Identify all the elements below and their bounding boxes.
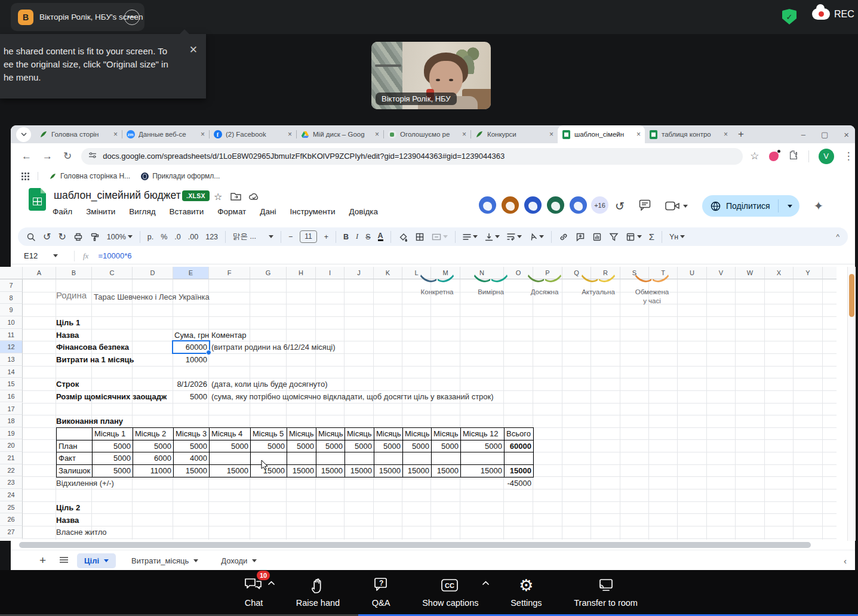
row-header[interactable]: 21 xyxy=(0,452,23,464)
value-cell[interactable]: 5000 xyxy=(133,441,174,453)
value-cell[interactable]: 5000 xyxy=(403,441,432,453)
merge-cells-icon[interactable] xyxy=(432,233,448,241)
zoom-select[interactable]: 100% xyxy=(107,233,133,241)
cloud-status-icon[interactable] xyxy=(248,192,260,203)
filter-icon[interactable] xyxy=(609,233,619,241)
format-currency-button[interactable]: p. xyxy=(147,233,153,241)
goal2-name[interactable]: Власне житло xyxy=(56,526,107,538)
site-info-icon[interactable] xyxy=(88,152,97,161)
column-header[interactable]: G xyxy=(250,267,287,279)
increase-decimals-button[interactable]: .00 xyxy=(188,233,198,241)
term-label[interactable]: Строк xyxy=(56,378,79,390)
total-cell[interactable]: 15000 xyxy=(505,465,534,478)
monthly-expenses-value[interactable]: 10000 xyxy=(173,353,207,366)
tab-close-icon[interactable]: × xyxy=(288,130,292,138)
share-button[interactable]: Поділитися xyxy=(702,195,799,217)
raise-hand-button[interactable]: Raise hand xyxy=(296,575,340,608)
browser-tab[interactable]: Мій диск – Goog × xyxy=(296,125,383,143)
increase-font-size-button[interactable]: + xyxy=(324,233,328,241)
row-header[interactable]: 14 xyxy=(0,366,23,378)
profile-avatar[interactable]: V xyxy=(819,149,834,164)
column-header[interactable]: J xyxy=(345,267,374,279)
sheet-tab[interactable]: Витрати_місяць xyxy=(124,553,205,568)
bookmark-item[interactable]: Головна сторінка Н... xyxy=(49,172,130,180)
row-header[interactable]: 9 xyxy=(0,304,23,316)
sum-header[interactable]: Сума, грн xyxy=(174,329,209,341)
bold-button[interactable]: B xyxy=(343,233,349,241)
value-cell[interactable]: 5000 xyxy=(93,452,133,465)
vertical-scroll-thumb[interactable] xyxy=(849,274,854,317)
tab-close-icon[interactable]: × xyxy=(201,130,205,138)
deviation-value[interactable]: -45000 xyxy=(504,477,531,489)
bookmark-star-icon[interactable]: ☆ xyxy=(750,150,759,162)
value-cell[interactable] xyxy=(345,452,374,465)
row-header[interactable]: 20 xyxy=(0,439,23,452)
row-header[interactable]: 12 xyxy=(0,341,23,353)
term-value[interactable]: 8/1/2026 xyxy=(173,378,207,390)
value-cell[interactable] xyxy=(374,452,403,465)
month-header-cell[interactable]: Місяць 1 xyxy=(93,428,133,441)
browser-tab[interactable]: таблиця контро × xyxy=(645,125,732,143)
goal2-header[interactable]: Ціль 2 xyxy=(56,501,80,514)
column-header[interactable]: E xyxy=(173,267,209,279)
row-label-cell[interactable]: План xyxy=(57,441,93,453)
column-header[interactable]: X xyxy=(765,267,794,279)
row-label-cell[interactable]: Факт xyxy=(57,452,93,465)
value-cell[interactable]: 5000 xyxy=(374,441,403,453)
version-history-icon[interactable]: ↺ xyxy=(615,199,625,213)
captions-button[interactable]: CC Show captions xyxy=(422,575,478,608)
menu-item[interactable]: Формат xyxy=(217,207,246,216)
redo-icon[interactable]: ↻ xyxy=(58,231,66,242)
decrease-font-size-button[interactable]: − xyxy=(288,233,293,241)
functions-sigma-icon[interactable]: Σ xyxy=(649,232,654,242)
bookmark-item[interactable]: Приклади оформл... xyxy=(141,172,220,180)
add-sheet-button[interactable]: + xyxy=(39,554,46,567)
chat-button[interactable]: 10 Chat xyxy=(244,575,264,608)
formula-input[interactable]: =10000*6 xyxy=(98,251,131,260)
family-label[interactable]: Родина xyxy=(56,289,87,301)
window-maximize-button[interactable]: ▢ xyxy=(821,130,828,139)
column-header[interactable]: K xyxy=(374,267,402,279)
print-icon[interactable] xyxy=(73,232,83,242)
name-box[interactable]: E12 xyxy=(11,251,74,260)
window-close-button[interactable]: × xyxy=(844,130,849,140)
goal2-name-label[interactable]: Назва xyxy=(56,514,79,526)
value-cell[interactable] xyxy=(210,452,251,465)
value-cell[interactable]: 5000 xyxy=(287,441,316,453)
text-rotation-icon[interactable] xyxy=(529,233,544,241)
vertical-align-icon[interactable] xyxy=(485,233,500,241)
fill-color-icon[interactable] xyxy=(398,232,408,242)
total-header-cell[interactable]: Всього xyxy=(505,428,534,441)
address-bar[interactable]: docs.google.com/spreadsheets/d/1LoE8W029… xyxy=(81,148,743,165)
value-cell[interactable] xyxy=(461,452,505,465)
total-cell[interactable] xyxy=(505,452,534,465)
menu-item[interactable]: Вставити xyxy=(170,207,204,216)
goal1-header[interactable]: Ціль 1 xyxy=(56,316,80,329)
undo-icon[interactable]: ↺ xyxy=(43,231,51,242)
value-cell[interactable]: 6000 xyxy=(133,452,174,465)
goal1-name[interactable]: Фінансова безпека xyxy=(56,341,129,353)
strikethrough-button[interactable]: S xyxy=(365,233,370,241)
browser-tab[interactable]: Головна сторін × xyxy=(35,125,122,143)
italic-button[interactable]: I xyxy=(356,232,358,241)
column-header[interactable]: I xyxy=(316,267,345,279)
table-views-icon[interactable] xyxy=(626,233,642,241)
month-header-cell[interactable]: Місяць 11 xyxy=(432,428,461,441)
row-header[interactable]: 25 xyxy=(0,501,23,514)
row-header[interactable]: 17 xyxy=(0,403,23,415)
browser-menu-icon[interactable]: ⋮ xyxy=(844,150,854,162)
security-shield-icon[interactable]: ✓ xyxy=(782,9,797,24)
month-header-cell[interactable]: Місяць 3 xyxy=(174,428,210,441)
paint-format-icon[interactable] xyxy=(90,232,100,242)
month-header-cell[interactable]: Місяць 8 xyxy=(345,428,374,441)
month-header-cell[interactable]: Місяць 4 xyxy=(210,428,251,441)
value-cell[interactable] xyxy=(403,452,432,465)
shared-screen-tab[interactable]: B Вікторія Ролік, НБУ's screen ••• xyxy=(11,3,144,31)
insert-link-icon[interactable] xyxy=(559,232,568,242)
browser-tab[interactable]: zm Данные веб-се × xyxy=(122,125,209,143)
row-header[interactable]: 23 xyxy=(0,476,23,489)
forward-button[interactable]: → xyxy=(42,150,53,162)
column-header[interactable]: Y xyxy=(794,267,823,279)
total-cell[interactable]: 60000 xyxy=(505,441,534,453)
menu-item[interactable]: Змінити xyxy=(86,207,115,216)
